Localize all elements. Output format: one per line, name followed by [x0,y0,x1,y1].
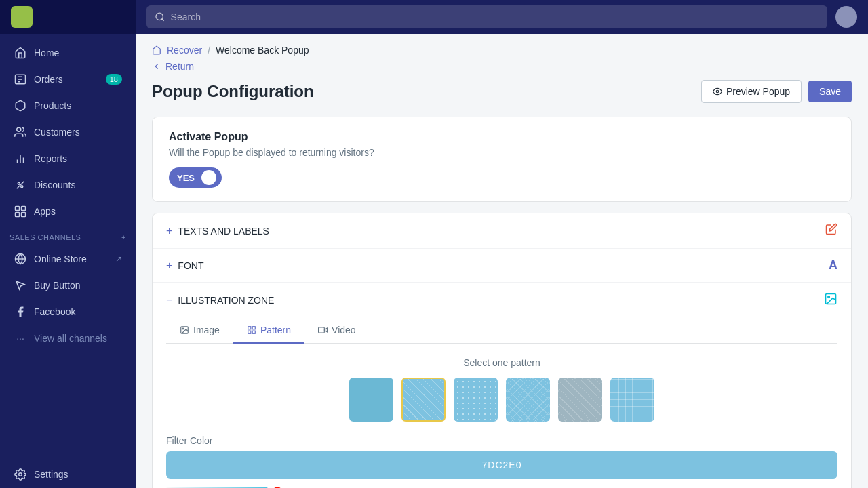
sidebar-item-buy-button-label: Buy Button [34,280,81,291]
external-link-icon: ↗ [115,254,122,264]
globe-icon [14,252,27,266]
font-expand-icon: + [166,260,172,272]
sales-channels-section: SALES CHANNELS + [0,225,136,245]
sidebar-item-facebook-label: Facebook [34,306,75,317]
svg-rect-30 [319,327,325,333]
pattern-item-solid[interactable] [349,378,393,422]
back-link[interactable]: Return [152,61,852,72]
tab-image-label: Image [193,325,220,336]
pattern-item-grey[interactable] [558,378,602,422]
sidebar-item-reports[interactable]: Reports [4,146,132,171]
sidebar-item-settings[interactable]: Settings [4,462,132,487]
tab-pattern[interactable]: Pattern [233,318,304,344]
sidebar-item-discounts[interactable]: Discounts [4,172,132,198]
view-all-channels-label: View all channels [34,333,107,344]
svg-rect-12 [22,207,26,211]
sidebar-item-products-label: Products [34,100,71,111]
svg-marker-29 [324,328,327,332]
sidebar-item-home-label: Home [34,47,59,58]
svg-point-17 [19,473,22,476]
breadcrumb-parent[interactable]: Recover [167,45,202,56]
svg-rect-28 [252,331,255,333]
sidebar-bottom: Settings [0,461,136,488]
customers-icon [14,125,27,139]
texts-labels-label: TEXTS AND LABELS [178,226,269,237]
sidebar-item-online-store[interactable]: Online Store ↗ [4,246,132,272]
tab-image[interactable]: Image [166,318,233,344]
activate-popup-description: Will the Popup be displayed to returning… [169,147,835,158]
recover-icon [152,45,161,55]
activate-popup-card: Activate Popup Will the Popup be display… [152,117,852,202]
svg-rect-14 [22,213,26,217]
pattern-item-dots[interactable] [454,378,498,422]
svg-rect-26 [252,327,255,329]
image-tab-icon [180,325,189,335]
illustration-zone-left: − ILLUSTRATION ZONE [166,294,274,306]
orders-icon [14,73,27,86]
font-label: FONT [178,260,203,271]
page-title: Popup Configuration [152,82,314,101]
sidebar-logo [0,0,136,34]
svg-rect-25 [248,327,251,329]
illustration-icon [824,292,837,308]
font-icon: A [829,258,837,272]
search-input[interactable] [171,12,819,22]
illustration-zone-label: ILLUSTRATION ZONE [178,295,274,306]
sidebar-item-facebook[interactable]: Facebook [4,299,132,325]
illustration-zone-content: Image Pattern Video Select one pattern [153,318,851,488]
tab-pattern-label: Pattern [260,325,291,336]
breadcrumb-separator: / [208,45,210,56]
svg-point-4 [17,127,21,131]
header-actions: Preview Popup Save [701,80,852,103]
illus-expand-icon: − [166,294,172,306]
sidebar-item-home[interactable]: Home [4,40,132,66]
texts-labels-row[interactable]: + TEXTS AND LABELS [153,214,851,248]
sidebar-item-customers[interactable]: Customers [4,119,132,145]
filter-color-bar[interactable]: 7DC2E0 [166,451,837,479]
sidebar-item-buy-button[interactable]: Buy Button [4,272,132,298]
pattern-item-grid[interactable] [610,378,654,422]
activate-toggle[interactable]: YES [169,167,222,188]
svg-rect-27 [248,331,251,333]
more-icon: ··· [14,331,27,345]
font-row[interactable]: + FONT A [153,248,851,282]
filter-color-value: 7DC2E0 [482,460,522,470]
save-button[interactable]: Save [808,81,852,102]
pattern-item-diamond[interactable] [506,378,550,422]
add-channel-icon[interactable]: + [121,233,126,241]
avatar[interactable] [835,6,857,28]
sidebar-item-view-all-channels[interactable]: ··· View all channels [4,325,132,351]
sidebar-item-customers-label: Customers [34,127,80,138]
products-icon [14,99,27,113]
sidebar-item-apps[interactable]: Apps [4,199,132,224]
pattern-tab-icon [247,325,256,335]
page-header: Popup Configuration Preview Popup Save [152,80,852,103]
sidebar-item-discounts-label: Discounts [34,180,75,190]
sidebar-item-orders[interactable]: Orders 18 [4,66,132,92]
svg-point-24 [182,328,184,329]
breadcrumb-current: Welcome Back Popup [216,45,309,56]
tab-video[interactable]: Video [304,318,370,344]
sidebar-item-settings-label: Settings [34,469,68,480]
svg-point-22 [828,296,830,298]
search-icon [155,12,165,22]
toggle-label: YES [177,173,195,183]
video-tab-icon [318,325,328,335]
search-bar[interactable] [146,5,827,28]
logo-shape [11,6,33,28]
illustration-zone-row[interactable]: − ILLUSTRATION ZONE [153,282,851,318]
sidebar: Home Orders 18 Products Customers Repo [0,0,136,488]
orders-badge: 18 [106,74,122,85]
activate-popup-section: Activate Popup Will the Popup be display… [153,117,851,201]
sidebar-item-reports-label: Reports [34,153,67,164]
sidebar-item-apps-label: Apps [34,206,56,217]
pattern-item-diagonal[interactable] [401,378,446,422]
main-content: Recover / Welcome Back Popup Return Popu… [136,34,868,488]
svg-point-20 [716,90,719,93]
tab-video-label: Video [332,325,356,336]
texts-expand-icon: + [166,225,172,237]
svg-rect-11 [16,207,20,211]
sidebar-item-products[interactable]: Products [4,93,132,119]
activate-popup-title: Activate Popup [169,131,835,143]
preview-popup-button[interactable]: Preview Popup [701,80,802,103]
